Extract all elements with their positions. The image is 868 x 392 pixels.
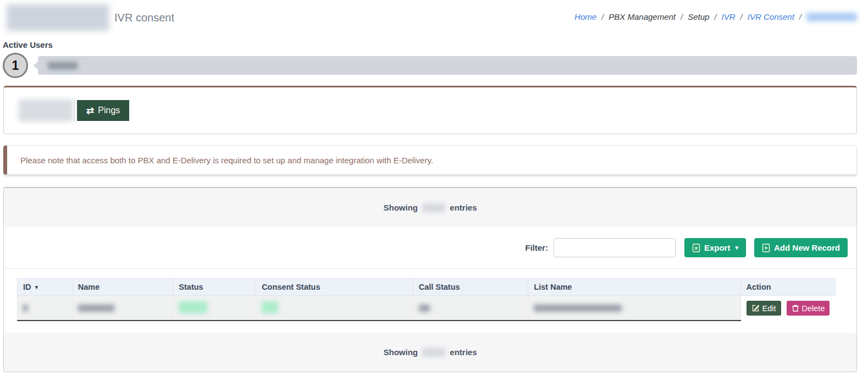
sort-desc-icon: ▼: [34, 284, 40, 290]
excel-file-icon: [692, 244, 700, 252]
table-header-row: ID▼ Name Status Consent Status Call Stat…: [18, 279, 836, 296]
transfer-arrows-icon: ⇄: [86, 105, 94, 117]
table-row: Edit Delete: [18, 296, 836, 321]
active-users-row: 1: [3, 53, 857, 78]
page-header: IVR consent Home / PBX Management / Setu…: [0, 0, 868, 31]
redacted-id: [23, 305, 28, 312]
notice-alert-text: Please note that access both to PBX and …: [20, 156, 433, 165]
breadcrumb-separator: /: [681, 12, 683, 21]
tab-divider: [74, 99, 75, 122]
filter-toolbar: Filter: Export ▾ Add New Record: [4, 227, 856, 269]
breadcrumb-link-home[interactable]: Home: [574, 12, 596, 21]
cell-list-name: [528, 296, 740, 321]
breadcrumb-link-ivr-consent[interactable]: IVR Consent: [748, 12, 794, 21]
edit-pencil-icon: [751, 304, 760, 312]
records-table-wrap: ID▼ Name Status Consent Status Call Stat…: [4, 269, 856, 321]
breadcrumb-separator: /: [740, 12, 743, 21]
page-title: IVR consent: [114, 12, 174, 24]
column-header-call-status[interactable]: Call Status: [413, 279, 528, 296]
redacted-consent-title: [7, 4, 109, 31]
breadcrumb-separator: /: [601, 12, 604, 21]
delete-button-label: Delete: [802, 304, 825, 313]
breadcrumb: Home / PBX Management / Setup / IVR / IV…: [574, 12, 857, 21]
add-new-record-button[interactable]: Add New Record: [754, 238, 848, 257]
cell-action: Edit Delete: [740, 296, 836, 321]
notice-alert: Please note that access both to PBX and …: [3, 145, 857, 175]
column-header-id-label: ID: [23, 283, 31, 291]
cell-call-status: [413, 296, 528, 321]
active-user-bubble: [38, 56, 857, 75]
showing-entries-bottom: Showing entries: [4, 333, 856, 372]
listing-card: Showing entries Filter: Export ▾ Add New…: [3, 187, 857, 372]
edit-button[interactable]: Edit: [747, 301, 781, 316]
showing-prefix: Showing: [383, 203, 418, 212]
redacted-list-name: [534, 305, 622, 312]
redacted-entries-count: [422, 203, 445, 212]
redacted-status-badge: [179, 301, 207, 313]
chevron-down-icon: ▾: [735, 244, 738, 251]
tab-pings[interactable]: ⇄ Pings: [77, 100, 129, 121]
cell-status: [173, 296, 256, 321]
records-table: ID▼ Name Status Consent Status Call Stat…: [17, 278, 836, 321]
showing-entries-top: Showing entries: [4, 188, 856, 227]
breadcrumb-separator: /: [714, 12, 716, 21]
breadcrumb-redacted-item: [806, 13, 857, 21]
edit-button-label: Edit: [762, 304, 776, 313]
breadcrumb-item-pbx-management: PBX Management: [609, 12, 676, 21]
column-header-action: Action: [740, 279, 836, 296]
tab-pings-label: Pings: [98, 106, 120, 115]
export-button[interactable]: Export ▾: [684, 238, 746, 257]
file-plus-icon: [762, 244, 770, 252]
breadcrumb-item-setup: Setup: [688, 12, 709, 21]
column-header-list-name[interactable]: List Name: [528, 279, 740, 296]
active-user-count-badge[interactable]: 1: [3, 53, 28, 78]
column-header-status[interactable]: Status: [173, 279, 256, 296]
add-new-record-label: Add New Record: [774, 243, 840, 252]
cell-id: [18, 296, 73, 321]
breadcrumb-separator: /: [799, 12, 801, 21]
redacted-consent-badge: [262, 301, 278, 313]
showing-prefix: Showing: [383, 347, 418, 357]
cell-name: [72, 296, 173, 321]
trash-icon: [792, 304, 799, 312]
column-header-name[interactable]: Name: [72, 279, 173, 296]
active-users-label: Active Users: [3, 40, 868, 49]
filter-label: Filter:: [525, 243, 548, 252]
redacted-call-status: [419, 305, 430, 312]
column-header-id[interactable]: ID▼: [18, 279, 73, 296]
breadcrumb-link-ivr[interactable]: IVR: [722, 12, 736, 21]
cell-consent-status: [256, 296, 413, 321]
title-wrap: IVR consent: [7, 4, 174, 31]
column-header-consent-status[interactable]: Consent Status: [256, 279, 413, 296]
showing-suffix: entries: [450, 203, 477, 212]
showing-suffix: entries: [450, 347, 477, 357]
delete-button[interactable]: Delete: [787, 301, 830, 316]
redacted-name: [78, 305, 114, 312]
redacted-username: [48, 62, 78, 69]
tabs-card: ⇄ Pings: [3, 86, 857, 134]
redacted-entries-count: [422, 348, 445, 357]
tab-general-redacted[interactable]: [19, 100, 73, 122]
filter-input[interactable]: [554, 238, 676, 257]
export-button-label: Export: [704, 243, 731, 252]
